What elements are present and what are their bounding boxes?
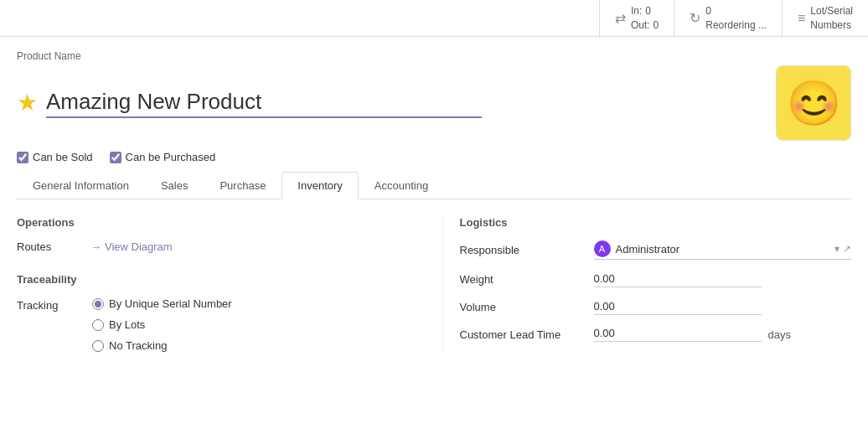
weight-field-value (594, 271, 852, 287)
lot-serial-label: Lot/Serial (810, 4, 853, 18)
product-name-row: ★ 😊 (17, 65, 851, 141)
routes-row: Routes → View Diagram (17, 240, 409, 253)
left-column: Operations Routes → View Diagram Traceab… (17, 216, 442, 354)
responsible-label: Responsible (460, 244, 594, 256)
product-image: 😊 (776, 65, 851, 141)
out-label: Out: (631, 18, 650, 33)
in-value: 0 (645, 4, 651, 18)
dropdown-icon[interactable]: ▾ (834, 243, 840, 255)
logistics-title: Logistics (460, 216, 852, 229)
tab-accounting[interactable]: Accounting (359, 172, 444, 199)
tracking-lots-option[interactable]: By Lots (92, 318, 232, 331)
tab-inventory[interactable]: Inventory (282, 172, 358, 199)
traceability-title: Traceability (17, 273, 409, 286)
two-column-layout: Operations Routes → View Diagram Traceab… (17, 216, 851, 354)
tracking-serial-radio[interactable] (92, 298, 104, 310)
can-be-sold-checkbox[interactable]: Can be Sold (17, 151, 93, 163)
can-be-sold-label: Can be Sold (33, 151, 93, 163)
customer-lead-time-field-value: days (594, 327, 852, 342)
product-name-left: ★ (17, 89, 482, 118)
weight-label: Weight (460, 273, 594, 286)
responsible-row: Responsible A Administrator ▾ ↗ (460, 240, 852, 260)
tracking-serial-option[interactable]: By Unique Serial Number (92, 297, 232, 310)
in-label: In: (631, 4, 642, 18)
external-link-icon[interactable]: ↗ (843, 243, 851, 255)
star-icon[interactable]: ★ (17, 91, 38, 115)
transfer-icon: ⇄ (615, 10, 626, 26)
routes-label: Routes (17, 240, 84, 253)
reordering-numbers: 0 Reordering ... (705, 4, 767, 33)
tracking-lots-radio[interactable] (92, 319, 104, 331)
tracking-row: Tracking By Unique Serial Number By Lots (17, 297, 409, 352)
can-be-purchased-label: Can be Purchased (126, 151, 216, 163)
main-content: Product Name ★ 😊 Can be Sold Can be Purc… (0, 37, 868, 354)
arrow-right-icon: → (90, 240, 101, 253)
responsible-field[interactable]: A Administrator ▾ ↗ (594, 240, 852, 260)
reload-icon: ↻ (690, 10, 700, 26)
responsible-avatar: A (594, 240, 611, 257)
tracking-radio-options: By Unique Serial Number By Lots No Track… (92, 297, 232, 352)
tracking-none-option[interactable]: No Tracking (92, 339, 232, 352)
customer-lead-time-input[interactable] (594, 327, 762, 342)
can-be-purchased-checkbox[interactable]: Can be Purchased (110, 151, 216, 163)
volume-field-value (594, 299, 852, 315)
lot-serial-text: Lot/Serial Numbers (810, 4, 853, 33)
volume-label: Volume (460, 301, 594, 313)
right-column: Logistics Responsible A Administrator ▾ (442, 216, 852, 354)
volume-input[interactable] (594, 300, 762, 315)
checkboxes-row: Can be Sold Can be Purchased (17, 151, 851, 163)
weight-input[interactable] (594, 272, 762, 287)
reordering-widget[interactable]: ↻ 0 Reordering ... (674, 0, 782, 36)
inventory-tab-content: Operations Routes → View Diagram Traceab… (17, 199, 851, 354)
tab-purchase[interactable]: Purchase (204, 172, 282, 199)
tracking-none-radio[interactable] (92, 340, 104, 352)
view-diagram-link[interactable]: → View Diagram (90, 240, 173, 253)
tab-general-information[interactable]: General Information (17, 172, 145, 199)
volume-row: Volume (460, 299, 852, 315)
in-out-numbers: In: 0 Out: 0 (631, 4, 659, 33)
list-icon: ≡ (798, 11, 805, 26)
responsible-field-value: A Administrator ▾ ↗ (594, 240, 852, 260)
days-suffix: days (768, 328, 791, 341)
tab-sales[interactable]: Sales (145, 172, 204, 199)
can-be-sold-input[interactable] (17, 152, 28, 163)
weight-row: Weight (460, 271, 852, 287)
responsible-actions: ▾ ↗ (834, 243, 851, 255)
out-value: 0 (654, 18, 659, 33)
operations-title: Operations (17, 216, 409, 229)
can-be-purchased-input[interactable] (110, 152, 121, 163)
in-out-widget[interactable]: ⇄ In: 0 Out: 0 (599, 0, 674, 36)
product-name-input[interactable] (46, 89, 482, 118)
reordering-value: 0 (705, 4, 711, 18)
numbers-label: Numbers (810, 18, 853, 33)
tabs-bar: General Information Sales Purchase Inven… (17, 172, 851, 199)
product-name-label: Product Name (17, 50, 851, 62)
lot-serial-widget[interactable]: ≡ Lot/Serial Numbers (782, 0, 868, 36)
customer-lead-time-row: Customer Lead Time days (460, 327, 852, 342)
tracking-label: Tracking (17, 297, 84, 312)
top-bar: ⇄ In: 0 Out: 0 ↻ 0 Reordering ... ≡ Lot/… (0, 0, 868, 37)
traceability-section: Traceability Tracking By Unique Serial N… (17, 273, 409, 352)
responsible-name: Administrator (616, 243, 835, 256)
customer-lead-time-label: Customer Lead Time (460, 328, 594, 341)
reordering-label: Reordering ... (705, 18, 767, 33)
